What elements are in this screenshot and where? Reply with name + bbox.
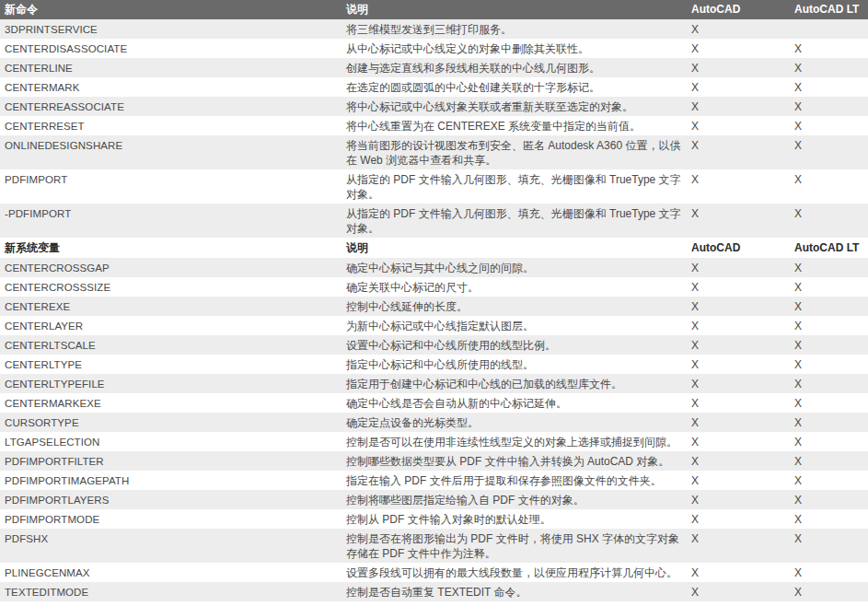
autocad-lt-mark: X xyxy=(792,335,868,355)
command-name: 3DPRINTSERVICE xyxy=(0,19,343,39)
command-description: 设置多段线可以拥有的最大线段数量，以便应用程序计算几何中心。 xyxy=(343,563,689,582)
command-name: CENTEREXE xyxy=(0,297,343,316)
autocad-lt-mark: X xyxy=(792,116,868,135)
command-description: 确定关联中心标记的尺寸。 xyxy=(343,277,689,297)
table-row: PLINEGCENMAX设置多段线可以拥有的最大线段数量，以便应用程序计算几何中… xyxy=(0,563,868,582)
autocad-lt-mark: X xyxy=(792,316,868,335)
command-description: 控制是否自动重复 TEXTEDIT 命令。 xyxy=(343,582,689,601)
command-name: PDFSHX xyxy=(0,529,343,548)
table-row: CURSORTYPE确定定点设备的光标类型。XX xyxy=(0,413,868,432)
table-row: CENTERMARKEXE确定中心线是否会自动从新的中心标记延伸。XX xyxy=(0,393,868,413)
autocad-lt-mark: X xyxy=(792,204,868,223)
command-description: 控制哪些数据类型要从 PDF 文件中输入并转换为 AutoCAD 对象。 xyxy=(343,451,689,471)
autocad-lt-mark: X xyxy=(792,135,868,155)
autocad-lt-mark: X xyxy=(792,413,868,432)
command-name: LTGAPSELECTION xyxy=(0,432,343,451)
command-description: 从指定的 PDF 文件输入几何图形、填充、光栅图像和 TrueType 文字对象… xyxy=(343,204,689,238)
table-row: CENTERDISASSOCIATE从中心标记或中心线定义的对象中删除其关联性。… xyxy=(0,39,868,58)
autocad-lt-mark: X xyxy=(792,374,868,393)
autocad-mark: X xyxy=(689,135,792,155)
autocad-lt-mark: X xyxy=(792,582,868,601)
command-description: 控制从 PDF 文件输入对象时的默认处理。 xyxy=(343,509,689,529)
table-row: PDFIMPORTMODE控制从 PDF 文件输入对象时的默认处理。XX xyxy=(0,509,868,529)
autocad-lt-mark: X xyxy=(792,297,868,316)
autocad-lt-mark xyxy=(792,19,868,24)
autocad-mark: X xyxy=(689,77,792,97)
command-description: 控制中心线延伸的长度。 xyxy=(343,297,689,316)
command-description: 确定定点设备的光标类型。 xyxy=(343,413,689,432)
command-description: 创建与选定直线和多段线相关联的中心线几何图形。 xyxy=(343,58,689,77)
command-name: CENTERREASSOCIATE xyxy=(0,97,343,116)
table-row: PDFIMPORT从指定的 PDF 文件输入几何图形、填充、光栅图像和 True… xyxy=(0,169,868,204)
command-name: CENTERCROSSSIZE xyxy=(0,277,343,297)
autocad-mark: X xyxy=(689,471,792,490)
table-row: CENTERLINE创建与选定直线和多段线相关联的中心线几何图形。XX xyxy=(0,58,868,77)
header-autocad-lt: AutoCAD LT xyxy=(792,0,868,19)
command-name: ONLINEDESIGNSHARE xyxy=(0,135,343,155)
table-row: PDFIMPORTIMAGEPATH指定在输入 PDF 文件后用于提取和保存参照… xyxy=(0,471,868,490)
table-row: CENTEREXE控制中心线延伸的长度。XX xyxy=(0,297,868,316)
autocad-mark: X xyxy=(689,58,792,77)
command-name: CENTERLINE xyxy=(0,58,343,77)
autocad-mark: X xyxy=(689,316,792,335)
autocad-lt-mark: X xyxy=(792,58,868,77)
command-description: 控制将哪些图层指定给输入自 PDF 文件的对象。 xyxy=(343,490,689,509)
command-name: CENTERMARK xyxy=(0,77,343,97)
command-name: TEXTEDITMODE xyxy=(0,582,343,601)
command-name: PDFIMPORT xyxy=(0,169,343,189)
table-row: CENTERLTYPE指定中心标记和中心线所使用的线型。XX xyxy=(0,355,868,374)
table-row: CENTERREASSOCIATE将中心标记或中心线对象关联或者重新关联至选定的… xyxy=(0,97,868,116)
table-row: CENTERLTYPEFILE指定用于创建中心标记和中心线的已加载的线型库文件。… xyxy=(0,374,868,393)
command-description: 确定中心标记与其中心线之间的间隙。 xyxy=(343,258,689,277)
command-description: 指定用于创建中心标记和中心线的已加载的线型库文件。 xyxy=(343,374,689,393)
command-name: PLINEGCENMAX xyxy=(0,563,343,582)
autocad-mark: X xyxy=(689,374,792,393)
header-new-system-variables: 新系统变量 xyxy=(0,238,343,258)
command-description: 将中心标记或中心线对象关联或者重新关联至选定的对象。 xyxy=(343,97,689,116)
autocad-mark: X xyxy=(689,277,792,297)
table-row: PDFSHX控制是否在将图形输出为 PDF 文件时，将使用 SHX 字体的文字对… xyxy=(0,529,868,563)
command-description: 指定中心标记和中心线所使用的线型。 xyxy=(343,355,689,374)
autocad-lt-mark: X xyxy=(792,563,868,582)
header-new-commands: 新命令 xyxy=(0,0,343,19)
autocad-mark: X xyxy=(689,355,792,374)
table-row: CENTERCROSSGAP确定中心标记与其中心线之间的间隙。XX xyxy=(0,258,868,277)
command-name: PDFIMPORTMODE xyxy=(0,509,343,529)
command-description: 控制是否可以在使用非连续性线型定义的对象上选择或捕捉到间隙。 xyxy=(343,432,689,451)
autocad-lt-mark: X xyxy=(792,509,868,529)
commands-reference-page: 新命令 说明 AutoCAD AutoCAD LT 3DPRINTSERVICE… xyxy=(0,0,868,601)
table-row: LTGAPSELECTION控制是否可以在使用非连续性线型定义的对象上选择或捕捉… xyxy=(0,432,868,451)
autocad-mark: X xyxy=(689,297,792,316)
autocad-lt-mark: X xyxy=(792,77,868,97)
autocad-mark: X xyxy=(689,413,792,432)
command-description: 为新中心标记或中心线指定默认图层。 xyxy=(343,316,689,335)
command-name: PDFIMPORTLAYERS xyxy=(0,490,343,509)
autocad-mark: X xyxy=(689,582,792,601)
autocad-lt-mark: X xyxy=(792,529,868,548)
autocad-lt-mark: X xyxy=(792,451,868,471)
autocad-mark: X xyxy=(689,19,792,39)
command-description: 从中心标记或中心线定义的对象中删除其关联性。 xyxy=(343,39,689,58)
new-commands-header-row: 新命令 说明 AutoCAD AutoCAD LT xyxy=(0,0,868,19)
autocad-mark: X xyxy=(689,490,792,509)
autocad-lt-mark: X xyxy=(792,258,868,277)
autocad-mark: X xyxy=(689,258,792,277)
command-description: 将三维模型发送到三维打印服务。 xyxy=(343,19,689,39)
autocad-lt-mark: X xyxy=(792,393,868,413)
new-commands-section: 新命令 说明 AutoCAD AutoCAD LT 3DPRINTSERVICE… xyxy=(0,0,868,238)
autocad-mark: X xyxy=(689,393,792,413)
table-row: ONLINEDESIGNSHARE将当前图形的设计视图发布到安全、匿名 Auto… xyxy=(0,135,868,169)
header-autocad: AutoCAD xyxy=(689,238,792,258)
autocad-lt-mark: X xyxy=(792,97,868,116)
table-row: -PDFIMPORT从指定的 PDF 文件输入几何图形、填充、光栅图像和 Tru… xyxy=(0,204,868,238)
command-name: CENTERLTYPE xyxy=(0,355,343,374)
command-name: CENTERRESET xyxy=(0,116,343,135)
command-description: 确定中心线是否会自动从新的中心标记延伸。 xyxy=(343,393,689,413)
autocad-mark: X xyxy=(689,116,792,135)
table-row: PDFIMPORTLAYERS控制将哪些图层指定给输入自 PDF 文件的对象。X… xyxy=(0,490,868,509)
command-name: CENTERLAYER xyxy=(0,316,343,335)
table-row: CENTERRESET将中心线重置为在 CENTEREXE 系统变量中指定的当前… xyxy=(0,116,868,135)
command-name: CENTERMARKEXE xyxy=(0,393,343,413)
autocad-mark: X xyxy=(689,39,792,58)
autocad-lt-mark: X xyxy=(792,39,868,58)
